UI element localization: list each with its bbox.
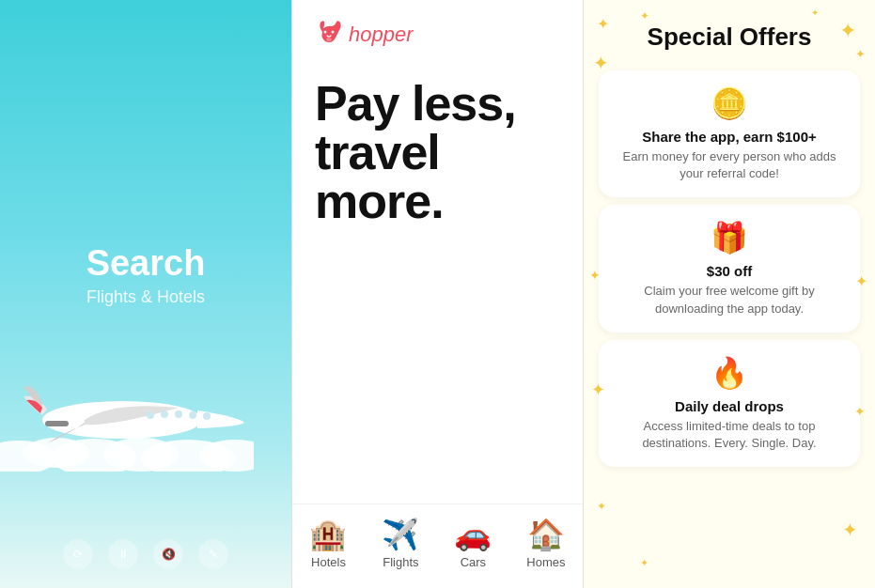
hotels-label: Hotels [311,555,346,569]
hopper-logo-icon [315,19,343,51]
svg-point-10 [189,411,196,419]
flights-label: Flights [383,555,418,569]
daily-icon: 🔥 [617,355,841,391]
daily-description: Access limited-time deals to top destina… [617,418,841,452]
sparkle-10: ✦ [842,518,858,541]
svg-point-13 [324,31,327,34]
svg-point-14 [332,31,335,34]
flights-icon: ✈️ [382,519,419,549]
offer-card-referral: 🪙 Share the app, earn $100+ Earn money f… [599,70,860,197]
pause-button[interactable]: ⏸ [108,539,138,569]
offers-panel: ✦ ✦ ✦ ✦ ✦ ✦ ✦ ✦ ✦ ✦ ✦ ✦ ✦ Special Offers… [584,0,875,588]
welcome-description: Claim your free welcome gift by download… [617,283,841,317]
sparkle-9: ✦ [597,500,606,513]
edit-button[interactable]: ✎ [198,539,228,569]
sparkle-11: ✦ [640,557,648,569]
offer-card-daily: 🔥 Daily deal drops Access limited-time d… [599,340,860,467]
svg-point-7 [147,411,154,419]
hotels-icon: 🏨 [309,519,347,549]
hopper-logo-text: hopper [349,23,414,47]
svg-point-11 [203,412,211,420]
referral-description: Earn money for every person who adds you… [617,148,841,182]
nav-cars[interactable]: 🚗 Cars [454,519,492,569]
svg-point-15 [326,38,332,41]
offers-header: Special Offers [584,0,875,63]
offer-card-welcome: 🎁 $30 off Claim your free welcome gift b… [599,205,860,332]
cars-icon: 🚗 [454,519,492,549]
playback-controls: ⟳ ⏸ 🔇 ✎ [63,539,228,569]
svg-point-9 [175,410,182,418]
hopper-navigation: 🏨 Hotels ✈️ Flights 🚗 Cars 🏠 Homes [292,503,583,588]
svg-point-8 [161,410,168,418]
airplane-illustration [0,368,254,475]
hopper-tagline: Pay less, travel more. [292,60,583,503]
referral-title: Share the app, earn $100+ [617,129,841,145]
search-title: Search [86,243,206,284]
nav-flights[interactable]: ✈️ Flights [382,519,419,569]
nav-homes[interactable]: 🏠 Homes [526,519,565,569]
homes-icon: 🏠 [527,519,565,549]
nav-hotels[interactable]: 🏨 Hotels [309,519,347,569]
referral-icon: 🪙 [617,85,841,121]
welcome-title: $30 off [617,263,841,279]
search-panel: Search Flights & Hotels [0,0,291,588]
search-text-block: Search Flights & Hotels [86,243,206,307]
hopper-panel: hopper Pay less, travel more. 🏨 Hotels ✈… [291,0,584,588]
mute-button[interactable]: 🔇 [153,539,183,569]
hopper-header: hopper [292,0,583,60]
homes-label: Homes [526,555,565,569]
svg-rect-12 [45,421,69,426]
daily-title: Daily deal drops [617,398,841,414]
cars-label: Cars [461,555,486,569]
welcome-icon: 🎁 [617,220,841,255]
search-subtitle: Flights & Hotels [86,287,206,307]
refresh-button[interactable]: ⟳ [63,539,93,569]
